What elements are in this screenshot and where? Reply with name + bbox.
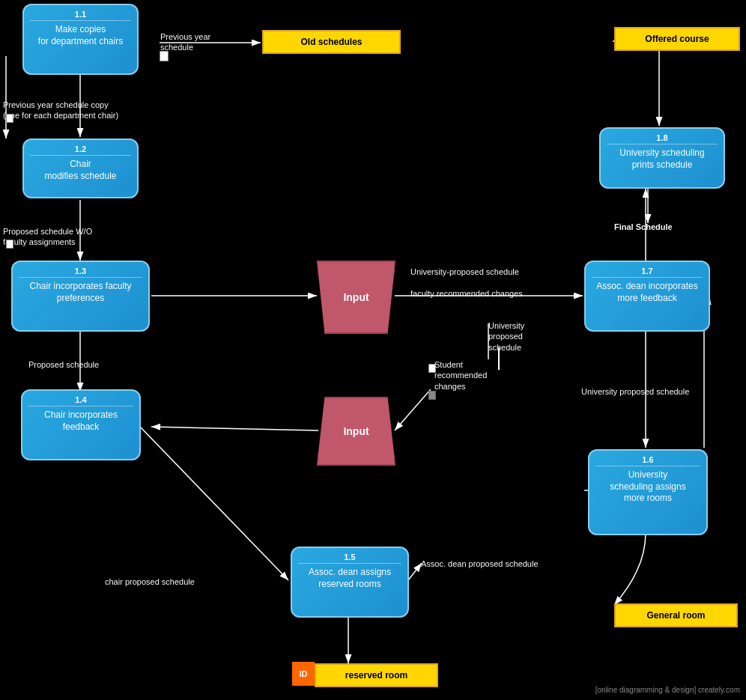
id-badge-label: ID — [300, 669, 308, 678]
flow-text-univ-proposed-2: Universityproposedschedule — [488, 320, 524, 353]
data-offered-course-label: Offered course — [645, 34, 709, 44]
id-badge: ID — [292, 662, 315, 686]
input-box-1: Input — [317, 261, 395, 334]
flow-text-univ-proposed-3: University proposed schedule — [581, 386, 689, 397]
process-18-num: 1.8 — [607, 133, 718, 144]
flow-text-assoc-dean: Assoc. dean proposed schedule — [421, 559, 539, 569]
process-11-num: 1.1 — [30, 10, 131, 21]
doc-icon-student2 — [428, 391, 436, 400]
process-12: 1.2 Chairmodifies schedule — [22, 139, 139, 198]
input-2-label: Input — [343, 425, 369, 437]
flow-text-final-schedule: Final Schedule — [614, 222, 673, 232]
process-11: 1.1 Make copiesfor department chairs — [22, 4, 139, 75]
input-box-2: Input — [317, 397, 395, 466]
data-offered-course: Offered course — [614, 27, 740, 51]
flow-text-student-rec: Studentrecommendedchanges — [434, 359, 487, 392]
process-15-num: 1.5 — [298, 553, 401, 564]
flow-text-faculty-rec: faculty recommended changes — [410, 288, 523, 299]
flow-text-univ-proposed-1: University-proposed schedule — [410, 267, 519, 277]
creately-text: [online diagramming & design] creately.c… — [595, 686, 740, 694]
flow-text-prev-year: Previous yearschedule — [160, 31, 210, 53]
process-13: 1.3 Chair incorporates facultypreference… — [11, 261, 150, 332]
input-1-label: Input — [343, 291, 369, 303]
svg-line-17 — [151, 427, 318, 430]
process-13-num: 1.3 — [19, 267, 142, 278]
process-17-label: Assoc. dean incorporatesmore feedback — [592, 281, 703, 304]
process-12-label: Chairmodifies schedule — [30, 159, 131, 182]
data-reserved-room-label: reserved room — [345, 670, 407, 681]
flow-text-proposed-wo: Proposed schedule W/Ofaculty assignments — [3, 226, 160, 248]
process-15: 1.5 Assoc. dean assignsreserved rooms — [291, 547, 409, 618]
svg-line-5 — [140, 427, 288, 580]
data-old-schedules: Old schedules — [262, 30, 401, 54]
flow-text-proposed: Proposed schedule — [28, 359, 99, 370]
doc-icon-prev-year — [160, 51, 169, 61]
process-12-num: 1.2 — [30, 144, 131, 156]
data-general-room-label: General room — [646, 610, 705, 621]
process-14-num: 1.4 — [28, 395, 133, 407]
data-general-room: General room — [614, 603, 738, 627]
process-14: 1.4 Chair incorporatesfeedback — [21, 389, 141, 460]
process-17: 1.7 Assoc. dean incorporatesmore feedbac… — [584, 261, 710, 332]
process-17-num: 1.7 — [592, 267, 703, 278]
flow-text-prev-year-copy: Previous year schedule copy(one for each… — [3, 100, 153, 121]
flow-text-chair-proposed: chair proposed schedule — [105, 576, 195, 587]
process-18-label: University schedulingprints schedule — [607, 147, 718, 171]
process-11-label: Make copiesfor department chairs — [30, 24, 131, 47]
doc-icon-proposed-wo — [6, 240, 13, 249]
doc-icon-copy — [6, 114, 13, 123]
svg-line-19 — [395, 389, 431, 430]
line-univ-proposed — [498, 347, 500, 370]
process-13-label: Chair incorporates facultypreferences — [19, 281, 142, 304]
svg-line-15 — [408, 563, 422, 580]
process-16-label: Universityscheduling assignsmore rooms — [595, 469, 700, 505]
creately-logo: [online diagramming & design] creately.c… — [595, 686, 740, 694]
process-14-label: Chair incorporatesfeedback — [28, 410, 133, 433]
process-16: 1.6 Universityscheduling assignsmore roo… — [588, 449, 708, 535]
data-reserved-room: reserved room — [315, 663, 438, 687]
process-18: 1.8 University schedulingprints schedule — [599, 127, 725, 189]
data-old-schedules-label: Old schedules — [300, 37, 362, 47]
process-15-label: Assoc. dean assignsreserved rooms — [298, 567, 401, 590]
process-16-num: 1.6 — [595, 455, 700, 466]
